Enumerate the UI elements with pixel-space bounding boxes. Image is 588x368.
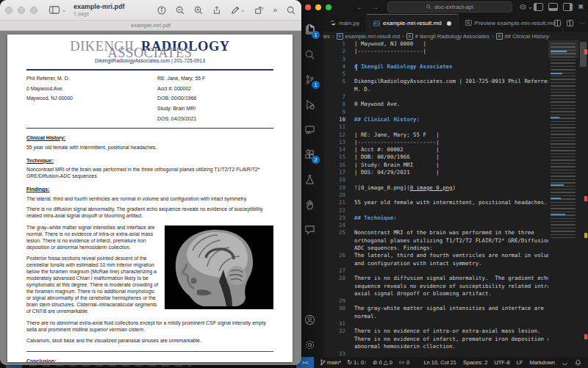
code-line[interactable]: [354, 71, 554, 78]
patient-acct: Acct #: 000002: [157, 84, 273, 94]
zoom-out-icon[interactable]: [176, 6, 184, 15]
code-line[interactable]: [354, 192, 554, 199]
divider: [26, 128, 273, 129]
preview-tab-bar[interactable]: example-mri.pdf: [0, 21, 301, 31]
code-line[interactable]: There is no evidence of intra-or extra-a…: [354, 328, 554, 350]
minimize-button[interactable]: [18, 7, 25, 14]
pdf-canvas[interactable]: DIKENGIL RADIOLOGY ASSOCIATES DikengilRa…: [0, 31, 301, 365]
problems-status[interactable]: ⊘ 0 △ 0: [373, 357, 392, 368]
code-line[interactable]: | DOS: 04/29/2021 |: [354, 169, 554, 176]
patient-info-block: Phil Referrer, M. D. 0 Maywood Ave. Mayw…: [26, 73, 273, 124]
breadcrumb-item[interactable]: ## Clinical History:: [505, 33, 551, 40]
code-line-heading[interactable]: ## Clinical History:: [354, 116, 554, 123]
markup-button[interactable]: ⌄: [231, 6, 245, 15]
overview-error-mark: [584, 49, 587, 54]
code-line[interactable]: The gray-white matter signal intensities…: [354, 305, 554, 320]
tab-example-mri-result-md[interactable]: example-mri-result.md: [367, 14, 459, 32]
customize-layout-button[interactable]: ▣: [578, 3, 584, 10]
split-editor-icon[interactable]: [554, 20, 561, 26]
close-button[interactable]: [305, 4, 311, 10]
findings-p6: Calvarium, skull base and the visualized…: [26, 338, 273, 344]
sync-status[interactable]: ↻ 1↓ 0↑: [347, 357, 367, 368]
close-button[interactable]: [5, 7, 12, 14]
minimize-button[interactable]: [315, 4, 321, 10]
forward-arrow-icon[interactable]: →: [371, 0, 379, 14]
code-line[interactable]: | Acct #: 00002 |: [354, 146, 554, 154]
tab-label: example-mri-result.md: [383, 20, 442, 26]
image-link[interactable]: 0_image_0.png: [410, 184, 453, 191]
code-line[interactable]: [354, 109, 554, 116]
code-line[interactable]: [354, 320, 554, 328]
copilot-menu[interactable]: ⌄: [520, 4, 533, 10]
tab-main-py[interactable]: main.py: [323, 14, 367, 32]
code-line[interactable]: Noncontrast MRI of the brain was perform…: [354, 229, 554, 252]
minimap[interactable]: [548, 40, 578, 357]
command-center[interactable]: doc-extract-api: [387, 1, 512, 12]
code-line[interactable]: [354, 207, 554, 214]
code-line[interactable]: [354, 123, 554, 131]
ports-status[interactable]: 0: [398, 359, 409, 366]
code-line[interactable]: 55 year old female with intermittent, po…: [354, 199, 554, 206]
code-line[interactable]: The lateral, third and fourth ventricles…: [354, 252, 554, 267]
zoom-in-icon[interactable]: [194, 6, 203, 15]
code-line[interactable]: [354, 93, 554, 101]
notifications-bell-icon[interactable]: [575, 359, 581, 367]
maximize-button[interactable]: [326, 4, 331, 10]
code-line[interactable]: DikengilRadiologyAssociates.com | 201-72…: [354, 78, 554, 93]
section-heading-conclusion: Conclusion:: [26, 358, 273, 362]
minimap-heading-mark: [551, 198, 561, 199]
toggle-secondary-sidebar-button[interactable]: [563, 3, 573, 11]
code-line[interactable]: [354, 350, 554, 357]
breadcrumb-item[interactable]: example-mri-result.md: [345, 33, 401, 40]
code-line[interactable]: [354, 297, 554, 305]
modified-dot-icon[interactable]: [447, 21, 451, 26]
search-icon[interactable]: [287, 6, 295, 15]
indentation[interactable]: Spaces: 2: [463, 359, 487, 366]
patient-study: Study: Brain MRI: [157, 104, 273, 114]
code-line-image-link[interactable]: ![0_image_0.png](0_image_0.png): [354, 184, 554, 192]
copilot-icon: [520, 4, 526, 10]
back-arrow-icon[interactable]: ←: [356, 0, 364, 14]
code-line-heading[interactable]: # Ikengil Radiology Associates: [354, 63, 554, 71]
code-line[interactable]: [354, 222, 554, 229]
sidebar-toggle-button[interactable]: ⌄: [49, 6, 66, 14]
editor-pane[interactable]: 1| Maywood, NJ 0000 | 2|----------------…: [323, 40, 588, 357]
open-changes-icon[interactable]: [567, 20, 573, 26]
toggle-panel-button[interactable]: [548, 3, 558, 11]
share-icon[interactable]: [212, 6, 221, 15]
code-line[interactable]: | RE: Jane, Mary; 55 F |: [354, 131, 554, 139]
encoding[interactable]: UTF-8: [494, 359, 509, 366]
more-toolbar-items-icon[interactable]: »: [273, 6, 277, 14]
code-line[interactable]: |------------------------|: [354, 139, 554, 146]
code-line-heading[interactable]: ## Technique:: [354, 214, 554, 222]
code-line[interactable]: | Maywood, NJ 0000 |: [354, 40, 554, 48]
zoom-button[interactable]: [30, 7, 37, 14]
breadcrumb[interactable]: examples › M example-mri-result.md › ≣ #…: [296, 32, 588, 40]
code-line[interactable]: [354, 56, 554, 63]
code-line[interactable]: [354, 267, 554, 275]
toggle-primary-sidebar-button[interactable]: [534, 3, 543, 11]
editor-scrollbar[interactable]: [578, 40, 588, 357]
language-mode[interactable]: Markdown: [529, 359, 555, 366]
overview-error-mark: [584, 334, 587, 339]
sidebar-icon: [49, 6, 60, 14]
cursor-position[interactable]: Ln 10, Col 21: [423, 359, 456, 366]
tab-label: Preview example-mri-result.md: [475, 20, 556, 26]
code-line[interactable]: | Study: Brain MRI |: [354, 162, 554, 169]
code-line[interactable]: |--------------------|: [354, 48, 554, 55]
eol[interactable]: LF: [517, 359, 523, 366]
tab-label: main.py: [339, 20, 359, 26]
code-line[interactable]: There is no diffusion signal abnormality…: [354, 275, 554, 297]
code-line[interactable]: | DOB: 00/00/1966 |: [354, 154, 554, 161]
more-actions-icon[interactable]: ···: [579, 20, 585, 26]
rotate-icon[interactable]: [254, 6, 263, 15]
code-line[interactable]: 0 Maywood Ave.: [354, 101, 554, 108]
branch-status[interactable]: main*: [320, 359, 341, 366]
feedback-icon[interactable]: [562, 359, 568, 366]
breadcrumb-item[interactable]: # Ikengil Radiology Associates: [415, 33, 490, 40]
minimap-slider[interactable]: [548, 40, 578, 58]
info-icon[interactable]: [157, 6, 166, 15]
scrollbar-thumb[interactable]: [580, 42, 587, 67]
code-line[interactable]: [354, 176, 554, 184]
tab-preview-example-mri-result-md[interactable]: Preview example-mri-result.md: [459, 14, 563, 32]
